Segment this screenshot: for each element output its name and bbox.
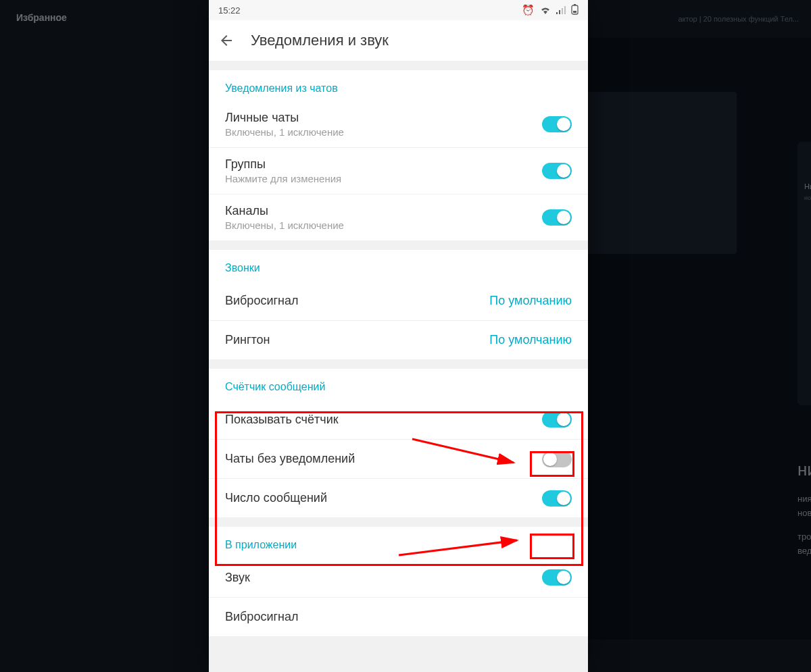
section-header-counter: Счётчик сообщений [209, 369, 588, 400]
row-call-vibrate[interactable]: Вибросигнал По умолчанию [209, 281, 588, 320]
signal-icon [556, 5, 566, 16]
row-inapp-vibrate[interactable]: Вибросигнал [209, 597, 588, 636]
toggle-show-counter[interactable] [542, 411, 572, 428]
row-call-ringtone[interactable]: Рингтон По умолчанию [209, 320, 588, 359]
section-counter: Счётчик сообщений Показывать счётчик Чат… [209, 369, 588, 517]
svg-rect-5 [574, 4, 576, 5]
alarm-icon: ⏰ [522, 4, 535, 16]
row-title: Число сообщений [225, 491, 542, 505]
row-title: Звук [225, 571, 542, 585]
row-title: Каналы [225, 204, 542, 218]
toggle-private-chats[interactable] [542, 116, 572, 132]
svg-rect-6 [573, 11, 576, 13]
status-time: 15:22 [218, 5, 241, 16]
wifi-icon [540, 5, 551, 16]
status-bar: 15:22 ⏰ [209, 0, 588, 20]
battery-icon [571, 4, 579, 17]
section-calls: Звонки Вибросигнал По умолчанию Рингтон … [209, 250, 588, 359]
row-title: Личные чаты [225, 111, 542, 125]
row-channels[interactable]: Каналы Включены, 1 исключение [209, 194, 588, 240]
toggle-inapp-sound[interactable] [542, 569, 572, 586]
row-title: Рингтон [225, 333, 489, 347]
section-chats: Уведомления из чатов Личные чаты Включен… [209, 70, 588, 240]
row-private-chats[interactable]: Личные чаты Включены, 1 исключение [209, 101, 588, 147]
svg-rect-4 [572, 5, 578, 14]
row-show-counter[interactable]: Показывать счётчик [209, 400, 588, 439]
app-bar: Уведомления и звук [209, 20, 588, 61]
row-title: Группы [225, 157, 542, 172]
svg-rect-0 [556, 12, 558, 14]
page-title: Уведомления и звук [251, 32, 389, 49]
section-header-chats: Уведомления из чатов [209, 70, 588, 101]
section-header-inapp: В приложении [209, 527, 588, 558]
row-sub: Включены, 1 исключение [225, 126, 542, 138]
svg-rect-1 [559, 10, 560, 14]
toggle-channels[interactable] [542, 209, 572, 226]
toggle-message-count[interactable] [542, 490, 572, 507]
row-message-count[interactable]: Число сообщений [209, 478, 588, 517]
section-inapp: В приложении Звук Вибросигнал [209, 527, 588, 636]
row-groups[interactable]: Группы Нажмите для изменения [209, 147, 588, 194]
row-sub: Включены, 1 исключение [225, 219, 542, 231]
phone-screenshot: 15:22 ⏰ Уведомления и звук Уведомления и… [209, 0, 588, 672]
svg-rect-3 [564, 6, 566, 14]
toggle-muted-chats[interactable] [542, 451, 572, 467]
section-header-calls: Звонки [209, 250, 588, 281]
svg-rect-2 [562, 8, 563, 14]
row-title: Чаты без уведомлений [225, 452, 542, 466]
toggle-groups[interactable] [542, 163, 572, 179]
back-button[interactable] [217, 31, 236, 50]
row-sub: Нажмите для изменения [225, 173, 542, 184]
row-value: По умолчанию [489, 333, 572, 347]
row-value: По умолчанию [489, 294, 572, 308]
row-title: Вибросигнал [225, 294, 489, 308]
status-icons: ⏰ [522, 4, 579, 17]
row-muted-chats[interactable]: Чаты без уведомлений [209, 439, 588, 478]
row-inapp-sound[interactable]: Звук [209, 558, 588, 597]
row-title: Показывать счётчик [225, 413, 542, 427]
row-title: Вибросигнал [225, 610, 572, 624]
